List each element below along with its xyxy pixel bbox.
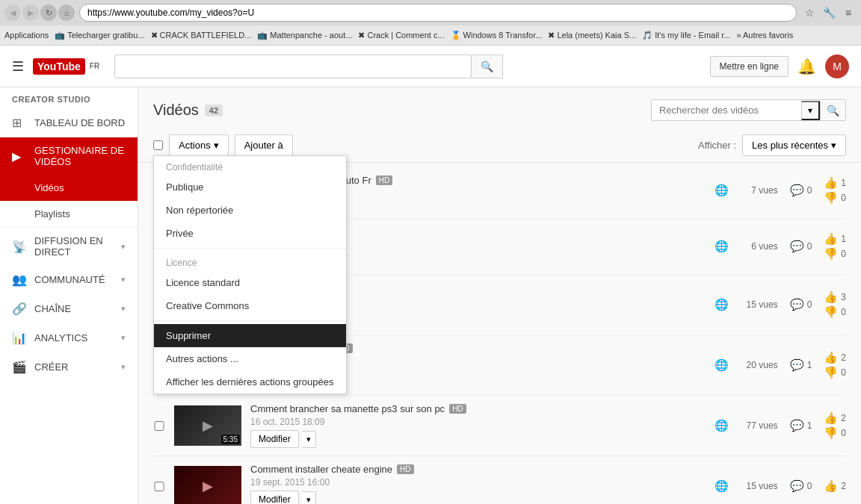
bookmark-applications[interactable]: Applications <box>4 31 49 40</box>
globe-icon-6: 🌐 <box>715 479 729 493</box>
video-count-badge: 42 <box>205 105 223 116</box>
table-row: ▶ 5:35 Cmment brancher sa manette ps3 su… <box>153 396 846 456</box>
bookmark-7[interactable]: 🎵 It's my life - Email r... <box>642 31 730 40</box>
video-thumbnail-5[interactable]: ▶ 5:35 <box>174 405 241 446</box>
search-submit-button[interactable]: 🔍 <box>820 102 845 119</box>
sidebar-item-analytics[interactable]: 📊 ANALYTICS ▾ <box>0 323 138 352</box>
yt-logo[interactable]: YouTube FR <box>33 58 99 75</box>
chevron-down-icon: ▾ <box>121 242 126 252</box>
video-stats-2: 🌐 6 vues 💬 0 👍 1 👎 0 <box>715 232 846 261</box>
comment-icon-1: 💬 <box>790 184 804 197</box>
address-bar[interactable] <box>79 4 797 22</box>
bookmark-3[interactable]: 📺 Mattenpanche - aout... <box>257 31 352 40</box>
actions-button[interactable]: Actions ▾ <box>169 134 229 156</box>
chevron-down-icon-communaute: ▾ <box>121 275 126 284</box>
extension-icon[interactable]: 🔧 <box>821 4 837 21</box>
video-stats-5: 🌐 77 vues 💬 1 👍 2 👎 0 <box>715 411 846 440</box>
comment-count-3: 0 <box>807 299 812 310</box>
bookmark-6[interactable]: ✖ Lela (meets) Kaia S... <box>548 31 636 40</box>
user-avatar[interactable]: M <box>825 55 849 78</box>
comment-icon-6: 💬 <box>790 479 804 493</box>
video-hd-badge-6: HD <box>397 464 413 474</box>
sort-recentes-button[interactable]: Les plus récentes ▾ <box>742 134 846 156</box>
sidebar-item-creer[interactable]: 🎬 CRÉER ▾ <box>0 352 138 382</box>
sort-dropdown-icon: ▾ <box>831 140 836 151</box>
app-container: CREATOR STUDIO ⊞ TABLEAU DE BORD ▶ GESTI… <box>0 87 861 504</box>
video-date-5: 16 oct. 2015 18:09 <box>250 417 706 427</box>
comment-icon-3: 💬 <box>790 298 804 311</box>
select-all-checkbox[interactable] <box>153 140 163 150</box>
video-search-input[interactable] <box>652 100 801 120</box>
comment-count-1: 0 <box>807 185 812 196</box>
video-thumbnail-6[interactable]: ▶ <box>174 466 241 504</box>
videos-toolbar: Actions ▾ Ajouter à Afficher : Les plus … <box>138 128 861 163</box>
star-icon[interactable]: ☆ <box>801 4 818 21</box>
sidebar-item-playlists[interactable]: Playlists <box>0 201 138 227</box>
ajouter-a-button[interactable]: Ajouter à <box>235 134 293 156</box>
video-manager-icon: ▶ <box>12 149 27 164</box>
sidebar-label-gestionnaire-videos: GESTIONNAIRE DE VIDÉOS <box>34 145 126 167</box>
bookmark-4[interactable]: ✖ Crack | Comment c... <box>358 31 444 40</box>
actions-dropdown-icon: ▾ <box>214 140 219 151</box>
actions-label: Actions <box>179 140 211 151</box>
comment-icon-4: 💬 <box>790 358 804 372</box>
video-checkbox-6[interactable] <box>153 482 165 491</box>
dislike-count-4: 0 <box>841 367 846 378</box>
modifier-button-5[interactable]: Modifier <box>250 430 299 448</box>
search-button[interactable]: 🔍 <box>472 55 503 78</box>
videos-header: Vidéos 42 ▾ 🔍 <box>138 87 861 128</box>
sidebar-item-tableau-de-bord[interactable]: ⊞ TABLEAU DE BORD <box>0 108 138 137</box>
dropdown-item-publique[interactable]: Publique <box>154 175 346 199</box>
dropdown-item-afficher-actions[interactable]: Afficher les dernières actions groupées <box>154 370 346 393</box>
dropdown-item-supprimer[interactable]: Supprimer <box>154 324 346 347</box>
sidebar-item-communaute[interactable]: 👥 COMMUNAUTÉ ▾ <box>0 265 138 294</box>
like-icon-4: 👍 <box>824 351 838 364</box>
video-views-2: 6 vues <box>741 241 778 252</box>
bookmark-autres[interactable]: » Autres favoris <box>736 31 793 40</box>
analytics-icon: 📊 <box>12 331 27 345</box>
forward-button[interactable]: ▶ <box>22 4 39 21</box>
search-dropdown-button[interactable]: ▾ <box>801 101 820 120</box>
sidebar: CREATOR STUDIO ⊞ TABLEAU DE BORD ▶ GESTI… <box>0 87 138 504</box>
menu-icon[interactable]: ≡ <box>840 4 857 21</box>
bookmark-5[interactable]: 🏅 Windows 8 Transfor... <box>451 31 543 40</box>
notification-icon[interactable]: 🔔 <box>797 57 816 75</box>
bookmark-1[interactable]: 📺 Telecharger gratibu... <box>55 31 144 40</box>
sidebar-label-playlists: Playlists <box>34 208 126 220</box>
video-checkbox-5[interactable] <box>153 421 165 431</box>
video-duration-5: 5:35 <box>221 435 240 444</box>
modifier-button-6[interactable]: Modifier <box>250 491 299 504</box>
dropdown-item-autres-actions[interactable]: Autres actions ... <box>154 347 346 370</box>
dropdown-item-non-repertoriee[interactable]: Non répertoriée <box>154 199 346 222</box>
search-input[interactable] <box>114 55 472 78</box>
hamburger-icon[interactable]: ☰ <box>12 58 24 75</box>
video-info-5: Cmment brancher sa manette ps3 sur son p… <box>250 403 706 448</box>
modifier-dropdown-6[interactable]: ▾ <box>302 491 316 505</box>
dropdown-item-privee[interactable]: Privée <box>154 222 346 245</box>
sidebar-item-gestionnaire-videos[interactable]: ▶ GESTIONNAIRE DE VIDÉOS <box>0 137 138 175</box>
bookmark-2[interactable]: ✖ CRACK BATTLEFIELD... <box>151 31 252 40</box>
logo-youtube-text: YouTube <box>33 58 85 75</box>
dislike-icon-5: 👎 <box>824 426 838 440</box>
globe-icon-2: 🌐 <box>715 240 729 253</box>
like-count-1: 1 <box>841 178 846 188</box>
browser-chrome: ◀ ▶ ↻ ⌂ ☆ 🔧 ≡ Applications 📺 Telecharger… <box>0 0 861 46</box>
browser-nav-buttons: ◀ ▶ ↻ ⌂ <box>4 4 75 21</box>
creator-studio-label: CREATOR STUDIO <box>12 95 126 104</box>
dislike-icon-1: 👎 <box>824 191 838 205</box>
back-button[interactable]: ◀ <box>4 4 21 21</box>
like-count-2: 1 <box>841 234 846 244</box>
sidebar-item-chaine[interactable]: 🔗 CHAÎNE ▾ <box>0 294 138 323</box>
video-info-6: Comment installer cheate engine HD 19 se… <box>250 464 706 504</box>
video-stats-1: 🌐 7 vues 💬 0 👍 1 👎 0 <box>715 176 846 205</box>
upload-button[interactable]: Mettre en ligne <box>710 56 789 77</box>
sidebar-item-diffusion-en-direct[interactable]: 📡 DIFFUSION EN DIRECT ▾ <box>0 228 138 265</box>
modifier-dropdown-5[interactable]: ▾ <box>302 431 316 448</box>
sidebar-label-analytics: ANALYTICS <box>34 332 114 343</box>
video-views-5: 77 vues <box>741 420 778 431</box>
refresh-button[interactable]: ↻ <box>40 4 57 21</box>
sidebar-item-videos[interactable]: Vidéos <box>0 175 138 201</box>
dropdown-item-licence-standard[interactable]: Licence standard <box>154 271 346 294</box>
dropdown-item-creative-commons[interactable]: Creative Commons <box>154 294 346 317</box>
home-button[interactable]: ⌂ <box>58 4 75 21</box>
